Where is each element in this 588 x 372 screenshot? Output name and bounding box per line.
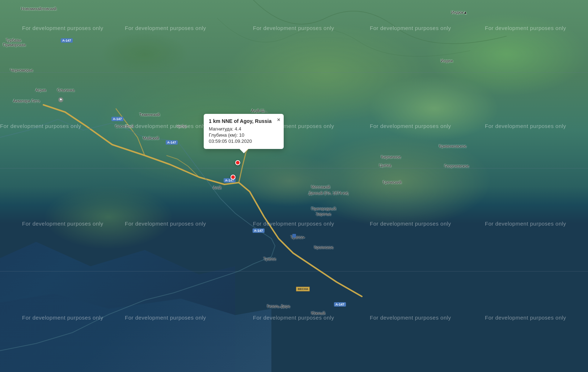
city-label-dachny: Дачный (Пл. 1874 км) [309, 191, 348, 195]
earthquake-marker-2[interactable] [230, 175, 236, 180]
city-label-maisky: Майский [143, 136, 159, 140]
popup-depth: Глубина (км): 10 [209, 132, 279, 138]
city-label-tuapse: Туапсе [263, 257, 276, 261]
magnitude-label: Магнитуда: [209, 126, 233, 132]
city-label-kroyansk: Кроянское [314, 245, 333, 249]
road-badge-a147-1: А-147 [61, 38, 73, 43]
city-label-chernomorye: Черноморье [10, 68, 33, 72]
aquapark-icon: ⚑ [58, 97, 64, 103]
city-label-tyumensky: Тюменский [139, 112, 160, 117]
popup-magnitude: Магнитуда: 4.4 [209, 126, 279, 132]
city-label-indyuk-top: Индюк▲ [451, 10, 467, 14]
popup-time: 03:59:05 01.09.2020 [209, 138, 279, 144]
city-label-agriya: Агрия [35, 88, 46, 92]
city-label-primorskaya: Приморская [3, 43, 26, 47]
map-svg [0, 0, 588, 372]
city-label-georgievsk: Георгиевское [444, 164, 469, 168]
tuapse-poi-icon [292, 234, 296, 238]
city-label-agoy: Агой [213, 185, 221, 190]
city-label-indyuk: Индюк [441, 59, 453, 63]
city-label-zarech: Заречье [316, 212, 331, 216]
city-label-prigorodnyi: Пригородный [311, 206, 336, 211]
city-label-gizel: Гизель-Дере [267, 304, 290, 308]
city-label-krivenkovo: Кривенковское [439, 144, 466, 148]
earthquake-popup: × 1 km NNE of Agoy, Russia Магнитуда: 4.… [204, 114, 284, 149]
road-badge-a147-2: А-147 [111, 117, 123, 121]
popup-close-button[interactable]: × [277, 117, 280, 122]
popup-title: 1 km NNE of Agoy, Russia [209, 118, 279, 124]
depth-label: Глубина (км): [209, 132, 238, 138]
road-badge-a147-6: А-147 [334, 302, 346, 307]
city-label-tsypka: Цыпка [379, 163, 391, 167]
svg-text:⚑: ⚑ [59, 98, 62, 102]
city-label-messazhai: Мессажай [311, 185, 330, 189]
city-label-nebug: Небуг [177, 124, 187, 128]
vesna-badge: ВЕСНА [296, 287, 310, 291]
city-label-kirpichnoe: Кирпичное [381, 155, 401, 159]
city-label-sosnovyi: Сосновый [115, 124, 134, 128]
road-badge-a147-5: А-147 [253, 228, 265, 233]
city-label-olginka: Ольгинка [57, 88, 75, 92]
city-label-yuzhnyi: Южный [311, 311, 325, 315]
city-label-aguish: Агуй-Ш... [251, 108, 268, 113]
magnitude-value: 4.4 [235, 126, 241, 132]
city-label-novomikhailovsky: Новомихайловский [21, 7, 56, 11]
map-container[interactable]: Новомихайловский Индюк▲ Турбазы Приморск… [0, 0, 588, 372]
city-label-aquapark: Аквапарк Лето [13, 99, 40, 103]
depth-value: 10 [239, 132, 244, 138]
earthquake-marker-1[interactable] [235, 160, 240, 165]
road-badge-a147-3: А-147 [166, 140, 178, 145]
city-label-greek: Греческий [383, 180, 402, 184]
city-label-turbazy: Турбазы [6, 38, 21, 42]
